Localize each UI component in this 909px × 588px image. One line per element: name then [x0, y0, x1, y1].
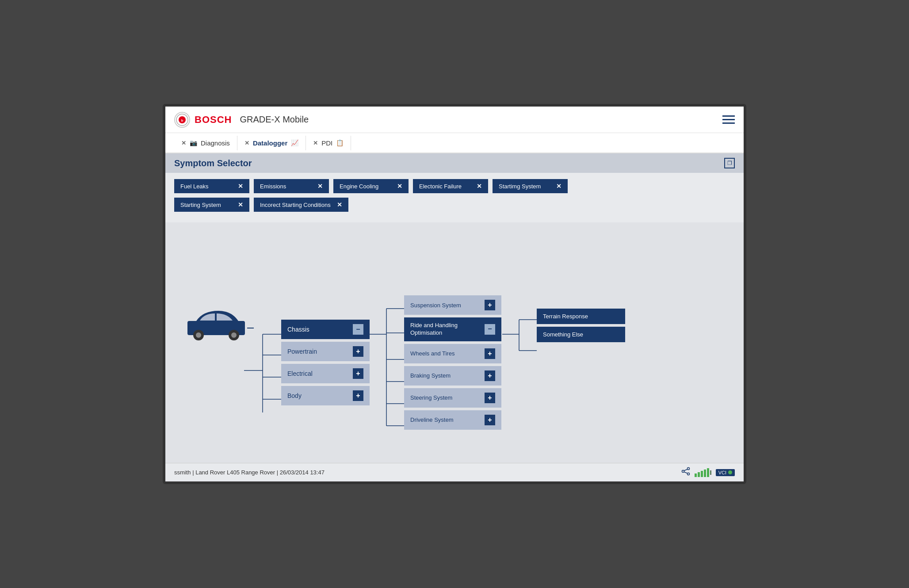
leaf-terrain-response[interactable]: Terrain Response: [537, 309, 625, 324]
pdi-clipboard-icon: 📋: [336, 139, 344, 146]
symptom-tag-fuel-leaks[interactable]: Fuel Leaks ✕: [174, 179, 249, 193]
collapse-button[interactable]: ❐: [724, 158, 735, 168]
symptom-tag-starting-system[interactable]: Startimg System ✕: [493, 179, 568, 193]
driveline-expand-button[interactable]: +: [485, 415, 495, 425]
header: b BOSCH GRADE-X Mobile: [165, 107, 744, 133]
close-datalogger-icon[interactable]: ✕: [244, 140, 249, 146]
tab-pdi-label: PDI: [321, 139, 332, 147]
svg-point-25: [231, 332, 237, 338]
category-powertrain[interactable]: Powertrain +: [281, 342, 370, 361]
subcat-wheels-tires[interactable]: Wheels and Tires +: [404, 344, 501, 363]
symptom-tag-emissions[interactable]: Emissions ✕: [254, 179, 329, 193]
app-name: GRADE-X Mobile: [240, 115, 309, 125]
symptom-tag-incorrect-starting[interactable]: Incorect Starting Conditions ✕: [254, 198, 348, 212]
symptom-label-starting-system: Startimg System: [499, 183, 550, 190]
categories-column: Chassis − Powertrain + Electrical + Body…: [281, 320, 370, 405]
svg-point-23: [196, 332, 201, 338]
electrical-expand-button[interactable]: +: [353, 368, 363, 379]
wheels-tires-expand-button[interactable]: +: [485, 348, 495, 359]
svg-point-28: [687, 473, 689, 475]
powertrain-expand-button[interactable]: +: [353, 346, 363, 357]
leaf-something-else[interactable]: Something Else: [537, 327, 625, 342]
svg-point-29: [682, 470, 684, 473]
leaf-items-column: Terrain Response Something Else: [537, 309, 625, 342]
svg-text:b: b: [181, 118, 183, 122]
symptom-label-incorrect-starting: Incorect Starting Conditions: [260, 202, 331, 208]
brand-name: BOSCH: [195, 114, 232, 126]
remove-electronic-failure-button[interactable]: ✕: [477, 183, 482, 190]
section-title: Symptom Selector: [174, 158, 252, 168]
category-powertrain-label: Powertrain: [287, 348, 353, 355]
category-electrical[interactable]: Electrical +: [281, 364, 370, 383]
symptom-label-emissions: Emissions: [260, 183, 311, 190]
symptom-tag-engine-cooling[interactable]: Engine Cooling ✕: [333, 179, 409, 193]
bosch-logo-icon: b: [174, 112, 190, 128]
car-svg: [183, 305, 254, 341]
tab-diagnosis-label: Diagnosis: [201, 139, 230, 147]
symptom-tag-electronic-failure[interactable]: Electonic Failure ✕: [413, 179, 488, 193]
category-body[interactable]: Body +: [281, 386, 370, 405]
tab-diagnosis[interactable]: ✕ 📷 Diagnosis: [174, 136, 237, 150]
close-diagnosis-icon[interactable]: ✕: [181, 140, 186, 146]
subcat-ride-handling-label: Ride and Handling Optimisation: [410, 322, 485, 337]
main-screen: b BOSCH GRADE-X Mobile ✕ 📷 Diagnosis ✕ D…: [163, 104, 746, 484]
datalogger-chart-icon: 📈: [291, 139, 298, 146]
braking-expand-button[interactable]: +: [485, 370, 495, 381]
main-content: Chassis − Powertrain + Electrical + Body…: [165, 222, 744, 463]
body-expand-button[interactable]: +: [353, 390, 363, 401]
subcat-wheels-tires-label: Wheels and Tires: [410, 350, 485, 357]
remove-fuel-leaks-button[interactable]: ✕: [238, 183, 243, 190]
diagnosis-camera-icon: 📷: [190, 139, 197, 146]
subcat-suspension[interactable]: Suspension System +: [404, 295, 501, 315]
symptom-label-engine-cooling: Engine Cooling: [340, 183, 391, 190]
subcat-steering[interactable]: Steering System +: [404, 388, 501, 408]
subcat-driveline[interactable]: Driveline System +: [404, 410, 501, 430]
category-chassis-label: Chassis: [287, 326, 353, 333]
svg-line-30: [684, 470, 687, 471]
tab-datalogger-label: Datalogger: [253, 139, 287, 147]
remove-engine-cooling-button[interactable]: ✕: [397, 183, 402, 190]
ride-handling-collapse-button[interactable]: −: [485, 324, 495, 335]
subcategories-column: Suspension System + Ride and Handling Op…: [404, 295, 501, 430]
tab-datalogger[interactable]: ✕ Datalogger 📈: [237, 136, 306, 150]
svg-point-27: [687, 468, 689, 470]
tab-pdi[interactable]: ✕ PDI 📋: [306, 136, 351, 150]
category-chassis[interactable]: Chassis −: [281, 320, 370, 339]
leaf-terrain-response-label: Terrain Response: [543, 313, 588, 320]
hamburger-menu-button[interactable]: [722, 115, 735, 124]
steering-expand-button[interactable]: +: [485, 393, 495, 403]
remove-incorrect-starting-button[interactable]: ✕: [337, 201, 342, 208]
symptom-row-1: Fuel Leaks ✕ Emissions ✕ Engine Cooling …: [174, 179, 735, 193]
remove-starting-system-2-button[interactable]: ✕: [238, 201, 243, 208]
car-icon: [183, 305, 254, 343]
symptom-tag-starting-system-2[interactable]: Starting System ✕: [174, 198, 249, 212]
symptom-area: Fuel Leaks ✕ Emissions ✕ Engine Cooling …: [165, 173, 744, 222]
symptom-label-electronic-failure: Electonic Failure: [419, 183, 470, 190]
section-title-bar: Symptom Selector ❐: [165, 153, 744, 173]
remove-starting-system-button[interactable]: ✕: [556, 183, 561, 190]
footer: ssmith | Land Rover L405 Range Rover | 2…: [165, 463, 744, 481]
symptom-label-fuel-leaks: Fuel Leaks: [180, 183, 232, 190]
vci-badge: VCI: [716, 469, 735, 476]
remove-emissions-button[interactable]: ✕: [317, 183, 323, 190]
category-body-label: Body: [287, 392, 353, 399]
subcat-suspension-label: Suspension System: [410, 302, 485, 309]
subcat-braking-label: Braking System: [410, 372, 485, 379]
close-pdi-icon[interactable]: ✕: [313, 140, 318, 146]
subcat-braking[interactable]: Braking System +: [404, 366, 501, 386]
tab-bar: ✕ 📷 Diagnosis ✕ Datalogger 📈 ✕ PDI 📋: [165, 133, 744, 153]
category-electrical-label: Electrical: [287, 370, 353, 377]
suspension-expand-button[interactable]: +: [485, 300, 495, 310]
subcat-ride-handling[interactable]: Ride and Handling Optimisation −: [404, 317, 501, 341]
chassis-collapse-button[interactable]: −: [353, 324, 363, 335]
footer-icons: VCI: [681, 467, 735, 478]
symptom-row-2: Starting System ✕ Incorect Starting Cond…: [174, 198, 735, 212]
svg-line-31: [684, 472, 687, 473]
share-icon[interactable]: [681, 467, 690, 478]
footer-user-info: ssmith | Land Rover L405 Range Rover | 2…: [174, 469, 325, 476]
vci-label: VCI: [718, 470, 726, 475]
header-left: b BOSCH GRADE-X Mobile: [174, 112, 309, 128]
subcat-driveline-label: Driveline System: [410, 416, 485, 423]
subcat-steering-label: Steering System: [410, 394, 485, 401]
vci-status-dot: [728, 470, 732, 474]
